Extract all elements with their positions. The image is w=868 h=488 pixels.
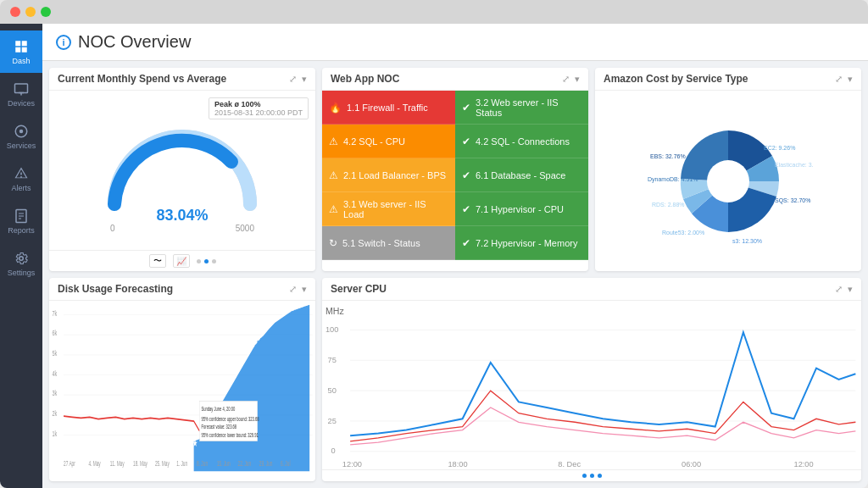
- sidebar-item-dash[interactable]: Dash: [0, 30, 42, 73]
- gauge-min: 0: [110, 224, 115, 233]
- noc-item-lb-bps[interactable]: ⚠ 2.1 Load Balancer - BPS: [322, 158, 455, 192]
- svg-text:27 Apr: 27 Apr: [64, 460, 75, 469]
- amazon-widget-controls: ⤢ ▾: [835, 74, 853, 85]
- cpu-widget-title: Server CPU: [331, 283, 387, 295]
- check-icon-1: ✔: [462, 102, 470, 114]
- svg-rect-0: [15, 41, 20, 46]
- dot-1: [197, 259, 201, 263]
- noc-label: 6.1 Database - Space: [476, 170, 565, 180]
- svg-text:EC2: 9.26%: EC2: 9.26%: [764, 145, 795, 151]
- amazon-expand-icon[interactable]: ⤢: [835, 74, 843, 85]
- svg-text:3k: 3k: [52, 389, 57, 398]
- svg-text:8. Jun: 8. Jun: [197, 460, 208, 468]
- svg-point-8: [19, 129, 24, 133]
- spend-expand-icon[interactable]: ⤢: [289, 74, 297, 85]
- minimize-button[interactable]: [25, 7, 36, 17]
- noc-chevron-icon[interactable]: ▾: [575, 74, 580, 85]
- noc-label: 1.1 Firewall - Traffic: [347, 103, 428, 113]
- sidebar-item-settings[interactable]: Settings: [0, 242, 42, 285]
- noc-item-hyp-cpu[interactable]: ✔ 7.1 Hypervisor - CPU: [455, 192, 588, 226]
- gauge-icon-chart[interactable]: 📈: [173, 254, 190, 268]
- svg-text:18. May: 18. May: [133, 460, 147, 469]
- disk-widget: Disk Usage Forecasting ⤢ ▾ 7k 6k 5k 4k: [49, 278, 315, 481]
- gauge-bottom: 〜 📈: [49, 250, 315, 271]
- cpu-dot-3: [598, 474, 602, 478]
- sidebar-item-alerts[interactable]: Alerts: [0, 158, 42, 200]
- window-controls: [10, 7, 51, 17]
- noc-item-sql-cpu[interactable]: ⚠ 4.2 SQL - CPU: [322, 125, 455, 158]
- check-icon-3: ✔: [462, 169, 470, 181]
- cpu-chevron-icon[interactable]: ▾: [848, 284, 853, 295]
- cpu-widget-bottom: [322, 469, 861, 481]
- spend-widget-header: Current Monthly Spend vs Average ⤢ ▾: [49, 68, 315, 91]
- check-icon-2: ✔: [462, 136, 470, 147]
- main-content: i NOC Overview Current Monthly Spend vs …: [42, 24, 868, 488]
- svg-text:1k: 1k: [52, 429, 57, 438]
- maximize-button[interactable]: [41, 7, 51, 17]
- sidebar-item-reports[interactable]: Reports: [0, 200, 42, 242]
- noc-item-hyp-mem[interactable]: ✔ 7.2 Hypervisor - Memory: [455, 226, 588, 260]
- gauge-max: 5000: [236, 224, 254, 233]
- sidebar-item-services[interactable]: Services: [0, 115, 42, 158]
- noc-item-iis-status[interactable]: ✔ 3.2 Web server - IIS Status: [455, 91, 588, 125]
- check-icon-4: ✔: [462, 203, 470, 215]
- noc-widget-body: 🔥 1.1 Firewall - Traffic ⚠ 4.2 SQL - CPU…: [322, 91, 588, 271]
- amazon-widget-body: EC2: 9.26% Elasticache: 3.59% SQS: 32.70…: [595, 91, 861, 271]
- svg-text:Forecast value: 323.68: Forecast value: 323.68: [202, 424, 237, 430]
- noc-label: 2.1 Load Balancer - BPS: [343, 170, 446, 180]
- close-button[interactable]: [10, 7, 20, 17]
- page-title: NOC Overview: [78, 32, 191, 52]
- gauge-dots: [197, 259, 216, 263]
- spend-chevron-icon[interactable]: ▾: [302, 74, 307, 85]
- gauge-icon-curve[interactable]: 〜: [149, 254, 166, 268]
- spend-widget: Current Monthly Spend vs Average ⤢ ▾ Pea…: [49, 68, 315, 271]
- noc-item-web-load[interactable]: ⚠ 3.1 Web server - IIS Load: [322, 192, 455, 226]
- noc-label: 3.2 Web server - IIS Status: [476, 97, 581, 118]
- noc-grid: 🔥 1.1 Firewall - Traffic ⚠ 4.2 SQL - CPU…: [322, 91, 588, 271]
- warning-icon-1: ⚠: [329, 136, 338, 147]
- sidebar-label-settings: Settings: [8, 269, 36, 277]
- noc-item-db-space[interactable]: ✔ 6.1 Database - Space: [455, 158, 588, 192]
- svg-point-13: [707, 160, 749, 202]
- noc-widget: Web App NOC ⤢ ▾ 🔥 1.1 Firew: [322, 68, 588, 271]
- svg-text:50: 50: [328, 386, 337, 395]
- svg-text:06:00: 06:00: [682, 460, 701, 469]
- svg-text:5k: 5k: [52, 349, 57, 358]
- disk-expand-icon[interactable]: ⤢: [289, 284, 297, 295]
- disk-chevron-icon[interactable]: ▾: [302, 284, 307, 295]
- svg-text:Route53: 2.00%: Route53: 2.00%: [662, 230, 704, 236]
- titlebar: [0, 0, 868, 24]
- svg-rect-2: [15, 47, 20, 52]
- sidebar-label-alerts: Alerts: [11, 184, 31, 192]
- svg-text:Elasticache: 3.59%: Elasticache: 3.59%: [775, 162, 813, 168]
- svg-text:15. Jun: 15. Jun: [217, 460, 231, 468]
- disk-widget-controls: ⤢ ▾: [289, 284, 307, 295]
- warning-icon-2: ⚠: [329, 169, 338, 181]
- svg-text:★: ★: [192, 437, 198, 448]
- noc-expand-icon[interactable]: ⤢: [562, 74, 570, 85]
- noc-label: 7.2 Hypervisor - Memory: [476, 238, 577, 248]
- sidebar-label-services: Services: [7, 141, 36, 150]
- app-window: Dash Devices Services Alerts Reports Set…: [0, 0, 868, 488]
- svg-text:95% confidence lower bound: 32: 95% confidence lower bound: 329.91: [202, 432, 259, 438]
- svg-text:25: 25: [328, 417, 337, 425]
- svg-text:11. May: 11. May: [110, 460, 125, 469]
- noc-item-sql-conn[interactable]: ✔ 4.2 SQL - Connections: [455, 125, 588, 158]
- noc-item-firewall[interactable]: 🔥 1.1 Firewall - Traffic: [322, 91, 455, 125]
- svg-rect-1: [22, 41, 27, 46]
- warning-icon-3: ⚠: [329, 203, 338, 215]
- info-icon[interactable]: i: [56, 35, 71, 50]
- cpu-expand-icon[interactable]: ⤢: [835, 284, 843, 295]
- svg-text:8. Dec: 8. Dec: [558, 460, 581, 469]
- noc-item-switch[interactable]: ↻ 5.1 Switch - Status: [322, 226, 455, 260]
- amazon-chevron-icon[interactable]: ▾: [848, 74, 853, 85]
- top-bar: i NOC Overview: [42, 24, 868, 61]
- spend-widget-title: Current Monthly Spend vs Average: [58, 73, 226, 85]
- sidebar-item-devices[interactable]: Devices: [0, 73, 42, 115]
- sync-icon: ↻: [329, 237, 337, 249]
- pie-chart: EC2: 9.26% Elasticache: 3.59% SQS: 32.70…: [643, 118, 813, 245]
- app-body: Dash Devices Services Alerts Reports Set…: [0, 24, 868, 488]
- svg-text:95% confidence upper bound: 32: 95% confidence upper bound: 323.68: [202, 416, 259, 422]
- gauge-labels: 0 5000: [110, 224, 254, 233]
- cpu-dot-1: [582, 474, 587, 478]
